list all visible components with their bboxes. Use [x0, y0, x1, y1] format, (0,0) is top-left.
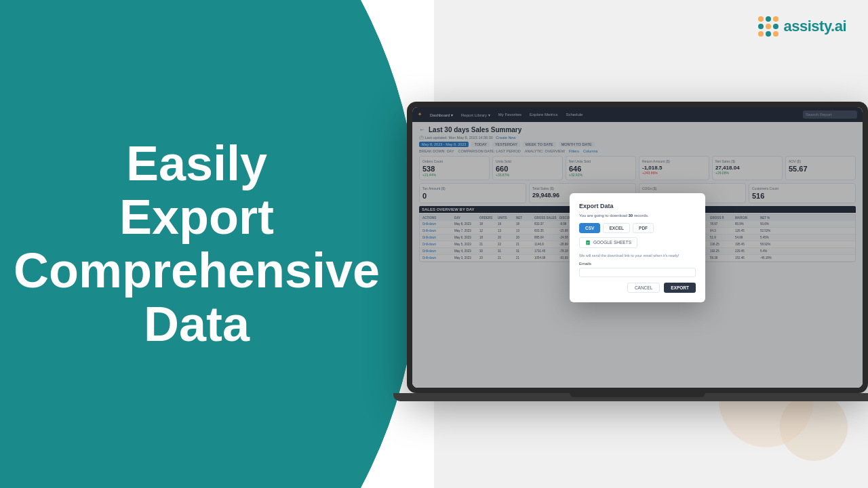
logo-dot-5	[766, 24, 771, 29]
svg-rect-0	[586, 240, 589, 245]
logo-dot-3	[773, 16, 778, 22]
hero-line4: Data	[144, 297, 250, 351]
hero-heading: Easily Export Comprehensive Data	[14, 137, 380, 352]
email-label: Emails	[579, 262, 696, 266]
google-sheets-label: GOOGLE SHEETS	[593, 240, 631, 245]
right-section: assisty.ai ✦ Dashboard ▾	[434, 0, 868, 488]
dialog-actions: CANCEL EXPORT	[579, 283, 696, 293]
app-content: ← Last 30 days Sales Summary 🕐 Last upda…	[412, 122, 863, 388]
dialog-title: Export Data	[579, 203, 696, 209]
hero-line2: Export	[119, 190, 274, 244]
dialog-note: We will send the download link to your e…	[579, 253, 696, 258]
logo-dot-1	[758, 16, 764, 22]
hero-line3: Comprehensive	[14, 243, 380, 298]
format-btn-pdf[interactable]: PDF	[633, 223, 654, 233]
logo-dots-grid	[758, 16, 778, 37]
logo-dot-7	[758, 31, 764, 37]
google-sheets-icon	[585, 240, 591, 245]
export-button[interactable]: EXPORT	[664, 283, 696, 293]
page-container: Easily Export Comprehensive Data	[0, 0, 868, 488]
format-btn-csv[interactable]: CSV	[579, 223, 600, 233]
laptop-body: ✦ Dashboard ▾ Report Library ▾ My Favori…	[407, 102, 868, 393]
export-dialog: Export Data You are going to download 30…	[570, 193, 705, 302]
logo-dot-2	[766, 16, 771, 22]
app-ui: ✦ Dashboard ▾ Report Library ▾ My Favori…	[412, 107, 863, 388]
laptop-screen: ✦ Dashboard ▾ Report Library ▾ My Favori…	[412, 107, 863, 388]
email-input[interactable]	[579, 268, 696, 277]
hero-section: Easily Export Comprehensive Data	[0, 0, 434, 488]
dialog-overlay: Export Data You are going to download 30…	[412, 122, 863, 388]
format-buttons-group: CSV EXCEL PDF	[579, 223, 696, 233]
logo-dot-4	[758, 24, 764, 29]
logo-text: assisty.ai	[784, 18, 846, 35]
logo-area: assisty.ai	[758, 16, 846, 37]
google-sheets-button[interactable]: GOOGLE SHEETS	[579, 237, 637, 248]
dialog-description: You are going to download 30 records.	[579, 214, 696, 218]
logo-dot-6	[773, 24, 778, 29]
cancel-button[interactable]: CANCEL	[627, 283, 660, 293]
laptop-base	[393, 393, 868, 401]
laptop-container: ✦ Dashboard ▾ Report Library ▾ My Favori…	[414, 68, 861, 447]
format-btn-excel[interactable]: EXCEL	[603, 223, 630, 233]
hero-line1: Easily	[126, 136, 267, 190]
laptop-mockup: ✦ Dashboard ▾ Report Library ▾ My Favori…	[407, 102, 868, 413]
logo-dot-9	[773, 31, 778, 37]
hero-text-block: Easily Export Comprehensive Data	[0, 137, 420, 352]
logo-dot-8	[766, 31, 771, 37]
